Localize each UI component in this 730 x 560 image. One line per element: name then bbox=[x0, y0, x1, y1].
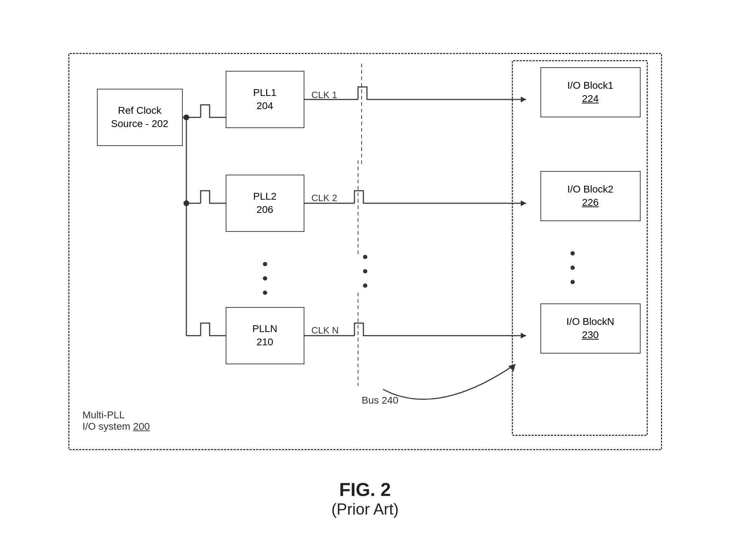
diagram-svg: Bus 240 bbox=[61, 42, 669, 472]
multi-pll-label: Multi-PLL I/O system 200 bbox=[83, 409, 150, 432]
svg-point-32 bbox=[570, 251, 575, 255]
fig-subtitle: (Prior Art) bbox=[331, 500, 398, 518]
svg-point-33 bbox=[570, 266, 575, 270]
svg-point-26 bbox=[263, 262, 267, 266]
svg-point-34 bbox=[570, 280, 575, 284]
svg-point-28 bbox=[263, 291, 267, 295]
clk1-label: CLK 1 bbox=[312, 89, 337, 101]
diagram-wrapper: Ref Clock Source - 202 PLL1 204 PLL2 206… bbox=[61, 42, 669, 472]
svg-point-27 bbox=[263, 276, 267, 281]
svg-marker-25 bbox=[521, 333, 526, 339]
svg-text:Bus 240: Bus 240 bbox=[362, 395, 398, 406]
svg-marker-20 bbox=[521, 200, 526, 206]
svg-marker-15 bbox=[521, 97, 526, 102]
clkn-label: CLK N bbox=[312, 325, 339, 336]
svg-point-29 bbox=[363, 255, 367, 259]
fig-title: FIG. 2 bbox=[331, 479, 398, 500]
multi-pll-line1: Multi-PLL bbox=[83, 409, 125, 420]
svg-point-30 bbox=[363, 269, 367, 273]
clk2-label: CLK 2 bbox=[312, 193, 337, 204]
svg-point-31 bbox=[363, 283, 367, 288]
figure-caption: FIG. 2 (Prior Art) bbox=[331, 479, 398, 518]
figure-container: Ref Clock Source - 202 PLL1 204 PLL2 206… bbox=[43, 42, 687, 518]
multi-pll-line2: I/O system 200 bbox=[83, 421, 150, 432]
